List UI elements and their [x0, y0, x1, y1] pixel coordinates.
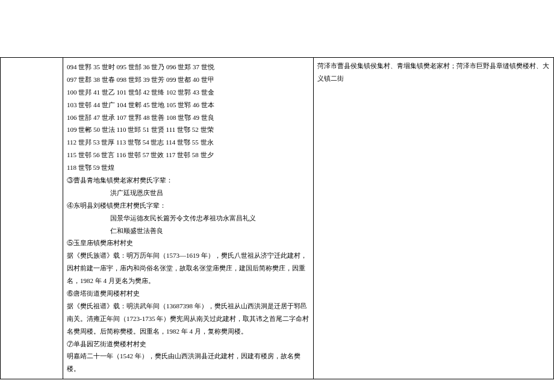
item7-title: ⑦单县园艺街道樊楼村村史	[67, 338, 310, 350]
item4-content-line2: 仁和顺盛世法善良	[67, 225, 310, 237]
gen-line: 106 世郚 47 世承 107 世郛 48 世善 108 世鄂 49 世良	[67, 111, 310, 124]
item4-title: ④东明县刘楼镇樊庄村樊氏字辈：	[67, 199, 310, 212]
item7-paragraph: 明嘉靖二十一年（1542 年），樊氏由山西洪洞县迁此建村，因建有楼房，故名樊楼。	[67, 350, 310, 375]
left-cell	[1, 58, 63, 379]
document-page: 094 世郛 35 世时 095 世郜 36 世乃 096 世郑 37 世悦 0…	[0, 0, 554, 392]
content-table: 094 世郛 35 世时 095 世郜 36 世乃 096 世郑 37 世悦 0…	[0, 57, 554, 379]
item6-title: ⑥唐塔街道樊周楼村村史	[67, 287, 310, 300]
item3-title: ③曹县青地集镇樊老家村樊氏字辈：	[67, 174, 310, 187]
item5-paragraph: 据《樊氏族谱》载：明万历年间（1573—1619 年），樊氏八世祖从济宁迁此建村…	[67, 249, 310, 287]
gen-line: 115 世邨 56 世言 116 世邨 57 世效 117 世邨 58 世夕	[67, 149, 310, 161]
item4-content-line1: 国景华运德友民长篇芳令文传忠孝祖功永富昌礼义	[67, 212, 310, 225]
gen-line: 097 世郡 38 世春 098 世郅 39 世芳 099 世都 40 世甲	[67, 73, 310, 86]
gen-line: 094 世郛 35 世时 095 世郜 36 世乃 096 世郑 37 世悦	[67, 61, 310, 73]
right-text: 菏泽市曹县侯集镇侯集村、青堌集镇樊老家村；菏泽市巨野县章缝镇樊楼村、大义镇二街	[317, 60, 550, 85]
item6-paragraph: 据《樊氏祖谱》载：明洪武年间（13687398 年），樊氏祖从山西洪洞是迁居于郓…	[67, 300, 310, 338]
right-cell: 菏泽市曹县侯集镇侯集村、青堌集镇樊老家村；菏泽市巨野县章缝镇樊楼村、大义镇二街	[314, 58, 554, 379]
middle-cell: 094 世郛 35 世时 095 世郜 36 世乃 096 世郑 37 世悦 0…	[63, 58, 314, 379]
gen-line: 100 世邦 41 世乙 101 世邹 42 世绛 102 世郭 43 世金	[67, 86, 310, 99]
generation-lines: 094 世郛 35 世时 095 世郜 36 世乃 096 世郑 37 世悦 0…	[67, 61, 310, 174]
table-row: 094 世郛 35 世时 095 世郜 36 世乃 096 世郑 37 世悦 0…	[1, 58, 554, 379]
item5-title: ⑤玉皇庙镇樊庙村村史	[67, 237, 310, 249]
gen-line: 103 世邨 44 世广 104 世郫 45 世地 105 世郓 46 世本	[67, 99, 310, 111]
gen-line: 112 世邦 53 世厚 113 世鄂 54 世志 114 世鄂 55 世永	[67, 136, 310, 149]
gen-line: 109 世郴 50 世法 110 世郅 51 世贤 111 世鄂 52 世荣	[67, 123, 310, 136]
item3-content: 洪广廷现恩庆世昌	[67, 187, 310, 199]
gen-line: 118 世鄂 59 世煌	[67, 161, 310, 174]
